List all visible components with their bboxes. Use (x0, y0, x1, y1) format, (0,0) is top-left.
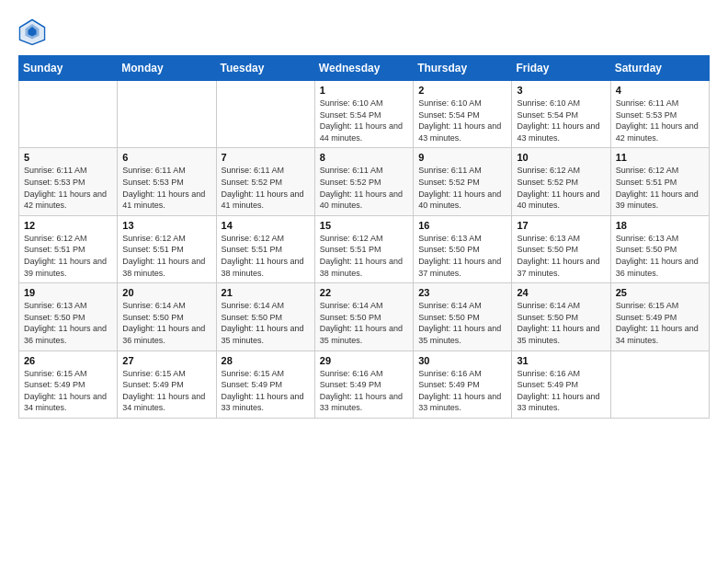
day-info: Sunrise: 6:11 AMSunset: 5:52 PMDaylight:… (418, 165, 506, 211)
calendar-header-row: SundayMondayTuesdayWednesdayThursdayFrid… (19, 56, 710, 81)
day-info: Sunrise: 6:12 AMSunset: 5:51 PMDaylight:… (320, 233, 408, 279)
calendar-cell: 5Sunrise: 6:11 AMSunset: 5:53 PMDaylight… (19, 148, 118, 215)
calendar-cell: 18Sunrise: 6:13 AMSunset: 5:50 PMDayligh… (610, 215, 709, 282)
day-number: 8 (320, 152, 408, 163)
day-info: Sunrise: 6:12 AMSunset: 5:51 PMDaylight:… (616, 165, 704, 211)
calendar-cell: 4Sunrise: 6:11 AMSunset: 5:53 PMDaylight… (610, 81, 709, 148)
calendar-cell: 1Sunrise: 6:10 AMSunset: 5:54 PMDaylight… (314, 81, 413, 148)
day-info: Sunrise: 6:12 AMSunset: 5:52 PMDaylight:… (517, 165, 605, 211)
day-number: 22 (320, 287, 408, 298)
day-number: 13 (122, 220, 210, 231)
calendar-cell: 26Sunrise: 6:15 AMSunset: 5:49 PMDayligh… (19, 350, 118, 418)
day-number: 21 (222, 287, 310, 298)
day-number: 12 (24, 220, 112, 231)
day-number: 28 (222, 355, 310, 366)
day-info: Sunrise: 6:15 AMSunset: 5:49 PMDaylight:… (122, 368, 210, 414)
day-number: 7 (222, 152, 310, 163)
day-number: 17 (517, 220, 605, 231)
day-number: 23 (418, 287, 506, 298)
day-number: 6 (122, 152, 210, 163)
day-info: Sunrise: 6:10 AMSunset: 5:54 PMDaylight:… (517, 98, 605, 144)
day-info: Sunrise: 6:10 AMSunset: 5:54 PMDaylight:… (320, 98, 408, 144)
day-number: 30 (418, 355, 506, 366)
day-number: 20 (122, 287, 210, 298)
calendar-cell (118, 81, 216, 148)
col-header-monday: Monday (118, 56, 216, 81)
day-number: 4 (616, 85, 704, 96)
day-info: Sunrise: 6:11 AMSunset: 5:53 PMDaylight:… (122, 165, 210, 211)
day-info: Sunrise: 6:12 AMSunset: 5:51 PMDaylight:… (222, 233, 310, 279)
calendar-cell: 16Sunrise: 6:13 AMSunset: 5:50 PMDayligh… (414, 215, 512, 282)
logo-icon (18, 18, 46, 46)
day-info: Sunrise: 6:13 AMSunset: 5:50 PMDaylight:… (24, 300, 112, 346)
calendar-cell: 17Sunrise: 6:13 AMSunset: 5:50 PMDayligh… (512, 215, 610, 282)
day-number: 26 (24, 355, 112, 366)
calendar-cell: 3Sunrise: 6:10 AMSunset: 5:54 PMDaylight… (512, 81, 610, 148)
calendar-cell: 25Sunrise: 6:15 AMSunset: 5:49 PMDayligh… (610, 283, 709, 350)
day-number: 18 (616, 220, 704, 231)
day-info: Sunrise: 6:13 AMSunset: 5:50 PMDaylight:… (616, 233, 704, 279)
calendar-cell: 31Sunrise: 6:16 AMSunset: 5:49 PMDayligh… (512, 350, 610, 418)
calendar-week-5: 26Sunrise: 6:15 AMSunset: 5:49 PMDayligh… (19, 350, 710, 418)
day-info: Sunrise: 6:13 AMSunset: 5:50 PMDaylight:… (517, 233, 605, 279)
day-info: Sunrise: 6:14 AMSunset: 5:50 PMDaylight:… (222, 300, 310, 346)
calendar-cell: 29Sunrise: 6:16 AMSunset: 5:49 PMDayligh… (314, 350, 413, 418)
calendar-cell: 24Sunrise: 6:14 AMSunset: 5:50 PMDayligh… (512, 283, 610, 350)
day-info: Sunrise: 6:11 AMSunset: 5:53 PMDaylight:… (616, 98, 704, 144)
day-info: Sunrise: 6:12 AMSunset: 5:51 PMDaylight:… (24, 233, 112, 279)
calendar-cell: 14Sunrise: 6:12 AMSunset: 5:51 PMDayligh… (216, 215, 314, 282)
col-header-tuesday: Tuesday (216, 56, 314, 81)
calendar-cell: 6Sunrise: 6:11 AMSunset: 5:53 PMDaylight… (118, 148, 216, 215)
calendar-cell: 10Sunrise: 6:12 AMSunset: 5:52 PMDayligh… (512, 148, 610, 215)
calendar-week-1: 1Sunrise: 6:10 AMSunset: 5:54 PMDaylight… (19, 81, 710, 148)
calendar-week-2: 5Sunrise: 6:11 AMSunset: 5:53 PMDaylight… (19, 148, 710, 215)
calendar-cell: 20Sunrise: 6:14 AMSunset: 5:50 PMDayligh… (118, 283, 216, 350)
day-info: Sunrise: 6:16 AMSunset: 5:49 PMDaylight:… (517, 368, 605, 414)
calendar-week-4: 19Sunrise: 6:13 AMSunset: 5:50 PMDayligh… (19, 283, 710, 350)
day-info: Sunrise: 6:11 AMSunset: 5:53 PMDaylight:… (24, 165, 112, 211)
calendar-cell: 28Sunrise: 6:15 AMSunset: 5:49 PMDayligh… (216, 350, 314, 418)
day-info: Sunrise: 6:14 AMSunset: 5:50 PMDaylight:… (320, 300, 408, 346)
day-info: Sunrise: 6:16 AMSunset: 5:49 PMDaylight:… (418, 368, 506, 414)
col-header-sunday: Sunday (19, 56, 118, 81)
col-header-saturday: Saturday (610, 56, 709, 81)
day-number: 1 (320, 85, 408, 96)
day-info: Sunrise: 6:11 AMSunset: 5:52 PMDaylight:… (222, 165, 310, 211)
day-number: 15 (320, 220, 408, 231)
day-number: 16 (418, 220, 506, 231)
page-header (18, 18, 710, 46)
day-info: Sunrise: 6:15 AMSunset: 5:49 PMDaylight:… (24, 368, 112, 414)
day-info: Sunrise: 6:11 AMSunset: 5:52 PMDaylight:… (320, 165, 408, 211)
calendar-cell: 27Sunrise: 6:15 AMSunset: 5:49 PMDayligh… (118, 350, 216, 418)
calendar-cell: 21Sunrise: 6:14 AMSunset: 5:50 PMDayligh… (216, 283, 314, 350)
day-number: 31 (517, 355, 605, 366)
calendar-table: SundayMondayTuesdayWednesdayThursdayFrid… (18, 55, 710, 419)
calendar-cell: 2Sunrise: 6:10 AMSunset: 5:54 PMDaylight… (414, 81, 512, 148)
col-header-friday: Friday (512, 56, 610, 81)
calendar-cell (19, 81, 118, 148)
day-number: 2 (418, 85, 506, 96)
calendar-cell: 8Sunrise: 6:11 AMSunset: 5:52 PMDaylight… (314, 148, 413, 215)
day-info: Sunrise: 6:16 AMSunset: 5:49 PMDaylight:… (320, 368, 408, 414)
col-header-wednesday: Wednesday (314, 56, 413, 81)
col-header-thursday: Thursday (414, 56, 512, 81)
day-info: Sunrise: 6:14 AMSunset: 5:50 PMDaylight:… (418, 300, 506, 346)
calendar-cell: 12Sunrise: 6:12 AMSunset: 5:51 PMDayligh… (19, 215, 118, 282)
calendar-cell (216, 81, 314, 148)
calendar-week-3: 12Sunrise: 6:12 AMSunset: 5:51 PMDayligh… (19, 215, 710, 282)
day-info: Sunrise: 6:10 AMSunset: 5:54 PMDaylight:… (418, 98, 506, 144)
logo (18, 18, 50, 46)
day-number: 3 (517, 85, 605, 96)
day-info: Sunrise: 6:12 AMSunset: 5:51 PMDaylight:… (122, 233, 210, 279)
day-info: Sunrise: 6:13 AMSunset: 5:50 PMDaylight:… (418, 233, 506, 279)
day-number: 19 (24, 287, 112, 298)
calendar-cell: 15Sunrise: 6:12 AMSunset: 5:51 PMDayligh… (314, 215, 413, 282)
day-number: 29 (320, 355, 408, 366)
calendar-cell: 11Sunrise: 6:12 AMSunset: 5:51 PMDayligh… (610, 148, 709, 215)
day-number: 24 (517, 287, 605, 298)
day-number: 11 (616, 152, 704, 163)
day-info: Sunrise: 6:15 AMSunset: 5:49 PMDaylight:… (616, 300, 704, 346)
calendar-cell: 23Sunrise: 6:14 AMSunset: 5:50 PMDayligh… (414, 283, 512, 350)
day-info: Sunrise: 6:14 AMSunset: 5:50 PMDaylight:… (517, 300, 605, 346)
day-number: 14 (222, 220, 310, 231)
